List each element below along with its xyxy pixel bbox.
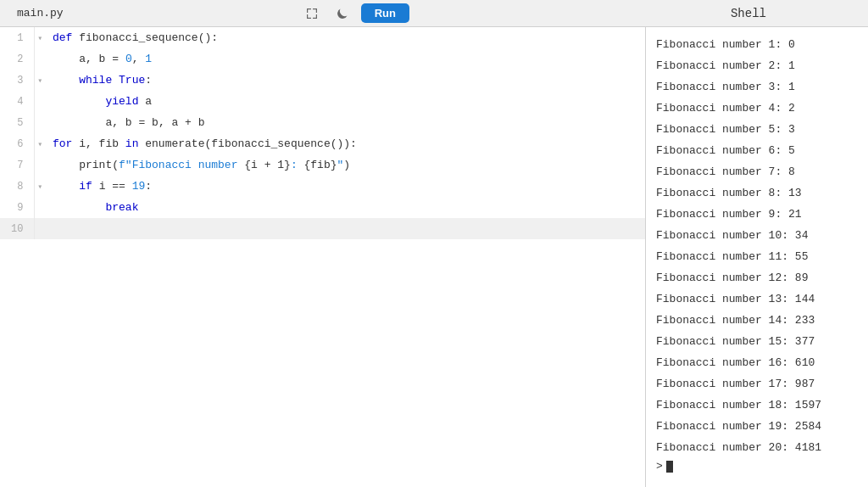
svg-rect-7	[315, 14, 316, 19]
top-bar-left: main.py	[10, 7, 70, 20]
line-arrow: ▾	[34, 133, 46, 154]
line-arrow: ▾	[34, 70, 46, 91]
line-arrow	[34, 48, 46, 70]
svg-rect-5	[307, 14, 308, 19]
shell-line: Fibonacci number 6: 5	[656, 140, 858, 161]
line-arrow	[34, 197, 46, 218]
line-arrow	[34, 154, 46, 176]
shell-line: Fibonacci number 12: 89	[656, 267, 858, 288]
shell-prompt[interactable]: >	[656, 460, 858, 473]
shell-line: Fibonacci number 5: 3	[656, 119, 858, 140]
line-code: yield a	[46, 91, 645, 112]
line-number: 10	[0, 218, 34, 239]
shell-line: Fibonacci number 13: 144	[656, 288, 858, 310]
prompt-char: >	[656, 460, 663, 473]
shell-line: Fibonacci number 15: 377	[656, 331, 858, 352]
run-button[interactable]: Run	[361, 3, 409, 23]
code-table: 1▾def fibonacci_sequence():2 a, b = 0, 1…	[0, 27, 645, 239]
line-arrow: ▾	[34, 27, 46, 48]
editor-panel[interactable]: 1▾def fibonacci_sequence():2 a, b = 0, 1…	[0, 27, 646, 487]
shell-line: Fibonacci number 9: 21	[656, 204, 858, 225]
line-code: def fibonacci_sequence():	[46, 27, 645, 48]
line-code: if i == 19:	[46, 176, 645, 197]
shell-line: Fibonacci number 3: 1	[656, 76, 858, 98]
shell-line: Fibonacci number 4: 2	[656, 98, 858, 119]
cursor	[666, 461, 673, 473]
shell-line: Fibonacci number 7: 8	[656, 161, 858, 182]
line-number: 6	[0, 133, 34, 154]
shell-panel[interactable]: Fibonacci number 1: 0Fibonacci number 2:…	[646, 27, 868, 487]
shell-line: Fibonacci number 17: 987	[656, 373, 858, 395]
line-number: 8	[0, 176, 34, 197]
theme-toggle-button[interactable]	[331, 2, 354, 25]
line-number: 5	[0, 112, 34, 133]
line-arrow	[34, 218, 46, 239]
line-arrow	[34, 112, 46, 133]
line-code	[46, 218, 645, 239]
shell-line: Fibonacci number 20: 4181	[656, 437, 858, 458]
shell-line: Fibonacci number 19: 2584	[656, 416, 858, 437]
top-bar-center: Run	[300, 2, 409, 25]
shell-line: Fibonacci number 16: 610	[656, 352, 858, 373]
line-arrow: ▾	[34, 176, 46, 197]
shell-line: Fibonacci number 11: 55	[656, 246, 858, 267]
shell-line: Fibonacci number 2: 1	[656, 55, 858, 76]
line-number: 9	[0, 197, 34, 218]
shell-line: Fibonacci number 10: 34	[656, 225, 858, 246]
line-code: for i, fib in enumerate(fibonacci_sequen…	[46, 133, 645, 154]
svg-rect-1	[307, 8, 308, 13]
line-arrow	[34, 91, 46, 112]
line-code: while True:	[46, 70, 645, 91]
svg-rect-3	[315, 8, 316, 13]
line-number: 2	[0, 48, 34, 70]
shell-line: Fibonacci number 18: 1597	[656, 395, 858, 416]
main-content: 1▾def fibonacci_sequence():2 a, b = 0, 1…	[0, 27, 868, 487]
line-number: 3	[0, 70, 34, 91]
line-number: 7	[0, 154, 34, 176]
line-code: a, b = b, a + b	[46, 112, 645, 133]
line-code: break	[46, 197, 645, 218]
shell-label: Shell	[639, 7, 858, 20]
line-code: a, b = 0, 1	[46, 48, 645, 70]
shell-line: Fibonacci number 14: 233	[656, 310, 858, 331]
shell-output: Fibonacci number 1: 0Fibonacci number 2:…	[656, 34, 858, 458]
line-number: 4	[0, 91, 34, 112]
top-bar: main.py Run Shell	[0, 0, 868, 27]
line-code: print(f"Fibonacci number {i + 1}: {fib}"…	[46, 154, 645, 176]
shell-line: Fibonacci number 1: 0	[656, 34, 858, 55]
fullscreen-button[interactable]	[300, 2, 324, 25]
shell-line: Fibonacci number 8: 13	[656, 182, 858, 204]
file-tab[interactable]: main.py	[10, 7, 70, 20]
line-number: 1	[0, 27, 34, 48]
